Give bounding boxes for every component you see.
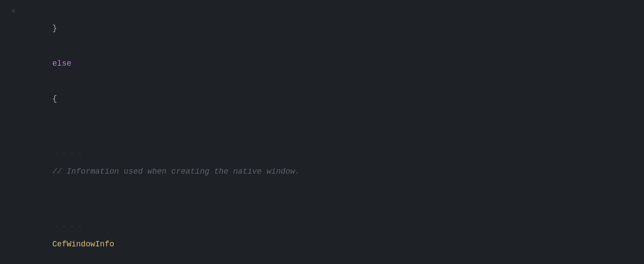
- code-line-1: ⊟ } else {: [0, 1, 644, 126]
- gutter-3: ⊟: [0, 200, 22, 217]
- code-editor: ⊟ } else { ⊟ ···· // Information used wh…: [0, 1, 644, 264]
- line-content-2: ···· // Information used when creating t…: [22, 127, 644, 198]
- space2: [52, 77, 57, 86]
- line-content-3: ···· CefWindowInfo window_info ;: [22, 200, 644, 264]
- comment-2: // Information used when creating the na…: [52, 167, 300, 176]
- fold-arrow-1[interactable]: ⊟: [10, 2, 18, 19]
- space: [52, 41, 57, 50]
- gutter-1: ⊟: [0, 2, 22, 19]
- code-line-2: ⊟ ···· // Information used when creating…: [0, 126, 644, 199]
- code-line-3: ⊟ ···· CefWindowInfo window_info ;: [0, 199, 644, 264]
- gutter-2: ⊟: [0, 127, 22, 145]
- close-brace: }: [52, 24, 57, 33]
- open-brace: {: [52, 94, 57, 103]
- cefwindowinfo-type: CefWindowInfo: [52, 240, 114, 249]
- line-content-1: } else {: [22, 2, 644, 125]
- else-keyword: else: [52, 59, 71, 68]
